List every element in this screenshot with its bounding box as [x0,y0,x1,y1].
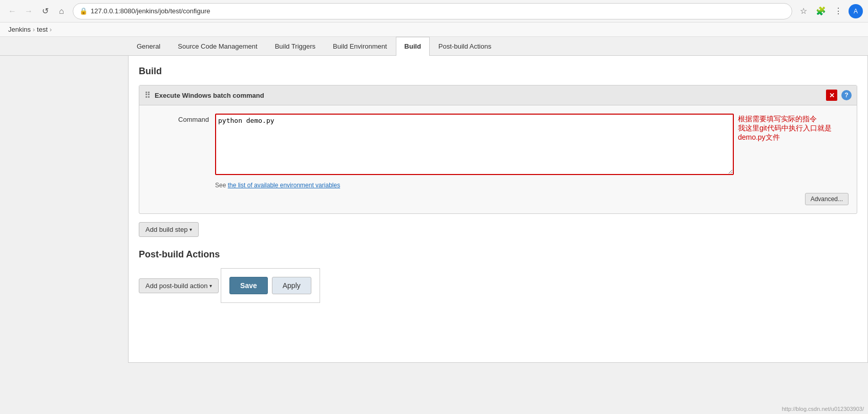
breadcrumb-sep-2: › [50,26,52,33]
refresh-button[interactable]: ↺ [38,4,52,18]
env-vars-link[interactable]: the list of available environment variab… [228,182,340,189]
build-step-card: ⠿ Execute Windows batch command ✕ ? Comm… [139,85,857,214]
command-field-wrapper: 根据需要填写实际的指令 我这里git代码中执行入口就是demo.py文件 [215,114,849,175]
star-button[interactable]: ☆ [796,4,811,18]
content-panel: Build ⠿ Execute Windows batch command ✕ … [128,56,868,363]
command-row: Command 根据需要填写实际的指令 我这里git代码中执行入口就是demo.… [147,114,849,175]
main-content: General Source Code Management Build Tri… [0,37,868,405]
action-buttons-box: Save Apply [221,268,320,303]
lock-icon: 🔒 [79,7,88,15]
close-step-button[interactable]: ✕ [826,90,837,101]
add-post-build-arrow-icon: ▾ [209,283,212,289]
tab-build[interactable]: Build [396,37,430,56]
drag-handle-icon[interactable]: ⠿ [144,91,151,100]
add-post-build-label: Add post-build action [145,282,207,290]
apply-button[interactable]: Apply [272,277,311,294]
add-build-step-button[interactable]: Add build step ▾ [139,222,199,237]
step-title: Execute Windows batch command [155,92,822,99]
extension-button[interactable]: 🧩 [814,4,828,18]
build-section-title: Build [139,66,857,77]
tab-source-code-management[interactable]: Source Code Management [169,37,266,55]
browser-chrome: ← → ↺ ⌂ 🔒 ☆ 🧩 ⋮ A [0,0,868,23]
breadcrumb: Jenkins › test › [0,23,868,37]
tab-build-environment[interactable]: Build Environment [324,37,396,55]
tab-navigation: General Source Code Management Build Tri… [0,37,868,56]
advanced-button[interactable]: Advanced... [805,193,849,205]
browser-actions: ☆ 🧩 ⋮ A [796,4,863,18]
command-field: 根据需要填写实际的指令 我这里git代码中执行入口就是demo.py文件 [215,114,849,175]
url-input[interactable] [91,7,786,15]
address-bar[interactable]: 🔒 [73,3,792,19]
command-label: Command [147,114,209,123]
tab-post-build-actions[interactable]: Post-build Actions [430,37,500,55]
annotation-text: 根据需要填写实际的指令 我这里git代码中执行入口就是demo.py文件 [738,114,849,142]
breadcrumb-sep-1: › [33,26,35,33]
forward-button[interactable]: → [22,4,36,18]
env-vars-text: See the list of available environment va… [215,182,340,189]
back-button[interactable]: ← [5,4,19,18]
build-step-header: ⠿ Execute Windows batch command ✕ ? [139,85,857,105]
tab-general[interactable]: General [128,37,169,55]
help-button[interactable]: ? [841,90,852,100]
env-vars-container: See the list of available environment va… [215,181,849,189]
post-build-section-title: Post-build Actions [139,249,857,260]
add-post-build-action-button[interactable]: Add post-build action ▾ [139,278,219,293]
add-build-step-label: Add build step [145,226,187,233]
build-step-body: Command 根据需要填写实际的指令 我这里git代码中执行入口就是demo.… [139,105,857,213]
tab-build-triggers[interactable]: Build Triggers [266,37,324,55]
breadcrumb-test[interactable]: test [37,26,48,33]
save-button[interactable]: Save [229,277,268,294]
breadcrumb-jenkins[interactable]: Jenkins [8,26,31,33]
env-vars-advanced-row: See the list of available environment va… [147,181,849,205]
home-button[interactable]: ⌂ [54,4,69,18]
menu-button[interactable]: ⋮ [831,4,845,18]
nav-buttons: ← → ↺ ⌂ [5,4,69,18]
avatar[interactable]: A [849,4,863,18]
command-textarea[interactable] [215,114,734,175]
add-build-step-arrow-icon: ▾ [189,227,192,232]
